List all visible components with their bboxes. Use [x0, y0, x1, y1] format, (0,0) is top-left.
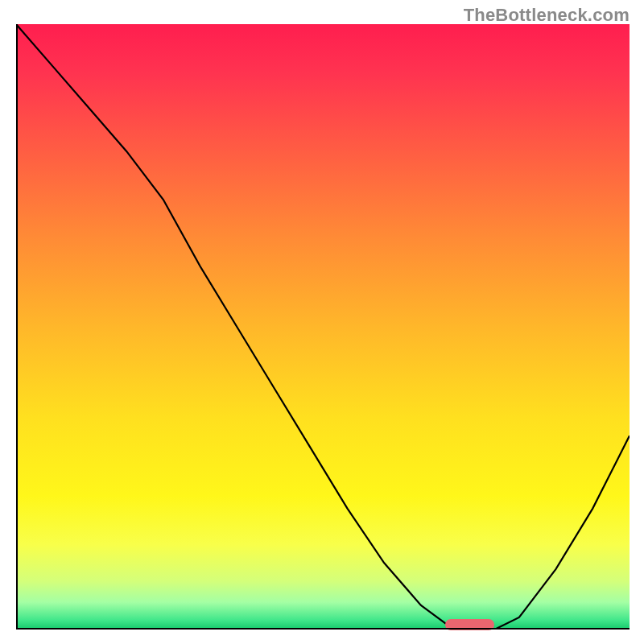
plot-area: [16, 24, 630, 630]
bottleneck-chart: TheBottleneck.com: [0, 0, 644, 644]
y-axis: [16, 24, 18, 630]
svg-rect-0: [16, 24, 630, 630]
watermark-text: TheBottleneck.com: [464, 5, 630, 26]
gradient-background: [16, 24, 630, 630]
x-axis: [16, 628, 630, 630]
